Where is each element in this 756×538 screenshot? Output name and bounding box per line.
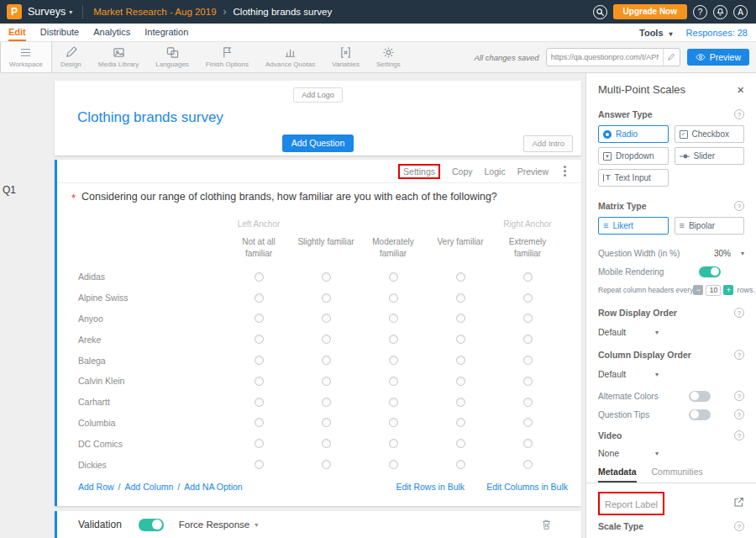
help-icon[interactable]: ? (734, 391, 744, 401)
answer-type-dropdown[interactable]: ▾Dropdown (598, 147, 669, 165)
toolbar-item-design[interactable]: Design (52, 42, 90, 72)
video-select[interactable]: None▾ (598, 448, 659, 458)
search-icon[interactable] (593, 5, 607, 19)
radio-button[interactable] (255, 377, 264, 386)
close-icon[interactable]: × (737, 83, 744, 96)
questionpro-logo[interactable]: P (7, 4, 22, 19)
radio-button[interactable] (322, 272, 331, 282)
radio-button[interactable] (456, 335, 465, 344)
radio-button[interactable] (389, 335, 398, 344)
tab-distribute[interactable]: Distribute (40, 24, 79, 41)
radio-button[interactable] (322, 439, 331, 448)
mobile-rendering-toggle[interactable] (699, 266, 721, 277)
question-width-value[interactable]: 30% (714, 249, 731, 258)
radio-button[interactable] (255, 418, 264, 427)
edit-report-label-icon[interactable] (733, 496, 744, 511)
edit-url-pencil-icon[interactable] (663, 49, 680, 66)
decrement-button[interactable]: − (693, 285, 703, 295)
question-action-copy[interactable]: Copy (452, 166, 473, 177)
avatar[interactable]: A (733, 5, 748, 19)
radio-button[interactable] (389, 418, 398, 427)
toolbar-item-advance-quotas[interactable]: Advance Quotas (257, 42, 323, 72)
responses-count-link[interactable]: Responses: 28 (686, 28, 748, 38)
radio-button[interactable] (456, 272, 465, 282)
tools-menu[interactable]: Tools ▾ (639, 28, 673, 38)
radio-button[interactable] (456, 439, 465, 448)
product-switcher[interactable]: Surveys (28, 6, 66, 18)
add-logo-button[interactable]: Add Logo (293, 87, 343, 103)
validation-toggle[interactable] (139, 519, 164, 531)
answer-type-slider[interactable]: Slider (675, 147, 745, 165)
radio-button[interactable] (255, 335, 264, 344)
increment-button[interactable]: + (723, 285, 733, 295)
help-icon[interactable]: ? (734, 521, 744, 531)
kebab-menu-icon[interactable] (564, 170, 566, 172)
report-label[interactable]: Report Label (605, 499, 658, 509)
radio-button[interactable] (389, 356, 398, 365)
matrix-type-bipolar[interactable]: ≡Bipolar (675, 217, 745, 235)
tab-metadata[interactable]: Metadata (598, 467, 637, 483)
force-response-select[interactable]: Force Response ▾ (179, 520, 258, 530)
row-display-order-select[interactable]: Default▾ (598, 327, 659, 337)
question-action-preview[interactable]: Preview (517, 166, 549, 177)
toolbar-item-languages[interactable]: Languages (147, 42, 197, 72)
tab-communities[interactable]: Communities (652, 467, 703, 483)
question-action-logic[interactable]: Logic (485, 166, 506, 177)
radio-button[interactable] (523, 293, 533, 303)
add-question-button[interactable]: Add Question (282, 134, 354, 152)
radio-button[interactable] (523, 272, 533, 282)
survey-url-input[interactable] (547, 53, 663, 61)
tab-analytics[interactable]: Analytics (93, 24, 130, 41)
chevron-down-icon[interactable]: ▾ (741, 250, 744, 257)
radio-button[interactable] (322, 335, 331, 344)
radio-button[interactable] (255, 293, 264, 303)
toolbar-item-media-library[interactable]: Media Library (90, 42, 147, 72)
add-row-link[interactable]: Add Row (78, 482, 114, 492)
radio-button[interactable] (523, 356, 533, 365)
radio-button[interactable] (322, 460, 331, 469)
radio-button[interactable] (389, 293, 398, 303)
radio-button[interactable] (389, 314, 398, 323)
matrix-type-likert[interactable]: ≡Likert (598, 217, 669, 235)
help-icon[interactable]: ? (734, 430, 744, 440)
repeat-headers-value[interactable]: 10 (706, 285, 721, 296)
radio-button[interactable] (322, 356, 331, 365)
radio-button[interactable] (523, 335, 533, 344)
radio-button[interactable] (255, 398, 264, 407)
radio-button[interactable] (322, 418, 331, 427)
answer-type-text-input[interactable]: TText Input (598, 169, 669, 187)
radio-button[interactable] (322, 398, 331, 407)
toolbar-item-workspace[interactable]: Workspace (0, 42, 52, 72)
delete-question-trash-icon[interactable] (541, 519, 552, 530)
radio-button[interactable] (456, 418, 465, 427)
breadcrumb-folder-link[interactable]: Market Research - Aug 2019 (93, 7, 216, 17)
radio-button[interactable] (322, 377, 331, 386)
answer-type-radio[interactable]: Radio (598, 125, 669, 143)
toolbar-item-variables[interactable]: Variables (323, 42, 368, 72)
radio-button[interactable] (389, 398, 398, 407)
radio-button[interactable] (322, 293, 331, 303)
help-icon[interactable]: ? (734, 201, 744, 211)
alternate-colors-toggle[interactable] (689, 391, 711, 402)
edit-rows-in-bulk-link[interactable]: Edit Rows in Bulk (396, 482, 465, 492)
radio-button[interactable] (523, 398, 533, 407)
radio-button[interactable] (255, 272, 264, 282)
radio-button[interactable] (523, 439, 533, 448)
survey-title[interactable]: Clothing brands survey (77, 109, 581, 126)
survey-url-field[interactable] (546, 48, 680, 66)
radio-button[interactable] (389, 377, 398, 386)
question-text[interactable]: Considering our range of clothing brands… (81, 191, 497, 203)
help-icon[interactable]: ? (734, 409, 744, 419)
radio-button[interactable] (456, 356, 465, 365)
radio-button[interactable] (456, 460, 465, 469)
help-icon[interactable]: ? (734, 109, 744, 119)
radio-button[interactable] (389, 460, 398, 469)
upgrade-now-button[interactable]: Upgrade Now (613, 4, 687, 19)
help-icon[interactable]: ? (734, 350, 744, 360)
radio-button[interactable] (255, 356, 264, 365)
radio-button[interactable] (456, 398, 465, 407)
preview-button[interactable]: Preview (687, 49, 749, 66)
radio-button[interactable] (456, 314, 465, 323)
column-display-order-select[interactable]: Default▾ (598, 369, 659, 379)
toolbar-item-finish-options[interactable]: Finish Options (197, 42, 257, 72)
